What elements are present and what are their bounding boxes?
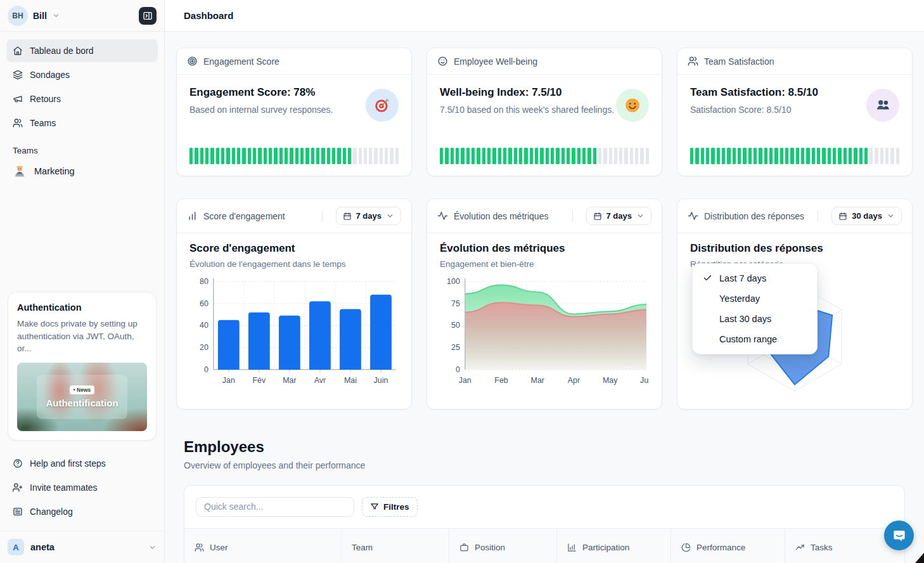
progress-bar xyxy=(440,148,649,164)
menu-item-custom-range[interactable]: Custom range xyxy=(696,329,813,349)
svg-text:Mar: Mar xyxy=(283,376,296,385)
chart-card-header: Distribution des réponses 30 days xyxy=(677,199,912,233)
svg-text:Mai: Mai xyxy=(344,376,357,385)
account-switcher[interactable]: A aneta xyxy=(0,531,164,563)
users-icon xyxy=(13,118,23,128)
column-label: User xyxy=(210,543,228,552)
chart-card-metrics-evolution: Évolution des métriques 7 days Évolution… xyxy=(427,198,662,410)
date-range-menu: Last 7 days Yesterday Last 30 days Custo… xyxy=(692,263,818,354)
promo-image-caption: Authentification xyxy=(46,398,118,408)
svg-text:Jan: Jan xyxy=(459,376,472,385)
chevron-down-icon xyxy=(887,212,895,220)
stat-card-header: Team Satisfaction xyxy=(677,48,912,75)
svg-text:100: 100 xyxy=(447,277,460,286)
busts-glyph xyxy=(875,97,891,113)
sidebar-team-marketing[interactable]: Marketing xyxy=(0,159,164,183)
stat-card-header: Engagement Score xyxy=(177,48,411,75)
check-icon xyxy=(703,273,712,283)
main-area: Dashboard Engagement Score Engagement Sc… xyxy=(165,0,924,563)
menu-item-label: Yesterday xyxy=(719,294,760,304)
promo-card-authentication: Authentication Make docs private by sett… xyxy=(8,292,157,441)
date-range-button[interactable]: 7 days xyxy=(586,207,651,225)
date-range-label: 30 days xyxy=(852,211,882,221)
promo-title: Authentication xyxy=(17,302,147,313)
sidebar-item-invite[interactable]: Invite teammates xyxy=(6,476,158,499)
svg-text:0: 0 xyxy=(456,365,460,374)
chart-subtitle: Engagement et bien-être xyxy=(440,259,649,269)
svg-text:Avr: Avr xyxy=(314,376,326,385)
chart-card-header-label: Score d'engagement xyxy=(203,211,316,221)
chart-card-header: Évolution des métriques 7 days xyxy=(427,199,662,233)
chevron-down-icon xyxy=(636,212,645,220)
stat-card-engagement: Engagement Score Engagement Score: 78% B… xyxy=(176,48,412,176)
menu-item-label: Custom range xyxy=(719,334,777,344)
target-icon xyxy=(187,56,198,67)
users-icon xyxy=(195,543,204,552)
svg-text:Mar: Mar xyxy=(531,376,544,385)
trending-up-icon xyxy=(795,543,805,552)
employees-section-header: Employees Overview of employees and thei… xyxy=(176,438,913,470)
workspace-user-name[interactable]: Bill xyxy=(33,11,47,21)
svg-text:0: 0 xyxy=(204,365,209,374)
column-label: Team xyxy=(352,543,373,552)
chevron-down-icon xyxy=(386,212,394,220)
svg-text:Apr: Apr xyxy=(568,376,580,385)
svg-text:75: 75 xyxy=(451,299,460,308)
activity-icon xyxy=(688,210,698,221)
svg-text:40: 40 xyxy=(200,321,209,330)
busts-emoji-icon xyxy=(866,89,899,122)
svg-text:60: 60 xyxy=(200,299,209,308)
menu-item-last-30-days[interactable]: Last 30 days xyxy=(696,309,813,329)
sidebar-item-teams[interactable]: Teams xyxy=(6,112,158,134)
menu-item-yesterday[interactable]: Yesterday xyxy=(696,288,813,309)
layers-icon xyxy=(13,70,23,80)
svg-text:80: 80 xyxy=(200,277,209,286)
table-toolbar: Filtres xyxy=(184,486,904,528)
stat-cards-row: Engagement Score Engagement Score: 78% B… xyxy=(176,48,913,176)
sidebar-item-label: Sondages xyxy=(30,70,70,80)
chart-card-header: Score d'engagement 7 days xyxy=(177,199,411,233)
avatar[interactable]: BH xyxy=(8,6,28,26)
filters-label: Filtres xyxy=(383,502,409,512)
stat-card-wellbeing: Employee Well-being Well-being Index: 7.… xyxy=(427,48,662,176)
filter-icon xyxy=(370,502,379,511)
sidebar-collapse-button[interactable] xyxy=(139,7,157,25)
column-header-performance: Performance xyxy=(671,529,785,563)
sidebar-item-label: Tableau de bord xyxy=(30,46,93,56)
briefcase-icon xyxy=(459,543,469,552)
help-circle-icon xyxy=(13,458,23,469)
chart-title: Distribution des réponses xyxy=(690,242,899,255)
column-label: Performance xyxy=(696,543,745,552)
chart-title: Score d'engagement xyxy=(189,242,399,255)
column-label: Participation xyxy=(582,543,629,552)
footer-item-label: Changelog xyxy=(30,507,73,517)
user-plus-icon xyxy=(13,482,23,493)
topbar: Dashboard xyxy=(165,0,924,32)
filters-button[interactable]: Filtres xyxy=(362,497,418,517)
employees-table-card: Filtres User Team Position Participation xyxy=(184,485,905,563)
footer-item-label: Help and first steps xyxy=(30,458,106,469)
sidebar-item-label: Teams xyxy=(30,118,56,128)
target-emoji-glyph xyxy=(374,97,390,113)
promo-description: Make docs private by setting up authenti… xyxy=(17,318,147,355)
progress-bar xyxy=(690,148,899,164)
chat-launcher-button[interactable] xyxy=(884,521,914,550)
stat-card-body: Engagement Score: 78% Based on internal … xyxy=(177,75,411,176)
bar-chart-icon xyxy=(567,543,577,552)
chart-card-engagement-score: Score d'engagement 7 days Score d'engage… xyxy=(176,198,412,410)
sidebar-item-tableau-de-bord[interactable]: Tableau de bord xyxy=(6,39,158,62)
menu-item-last-7-days[interactable]: Last 7 days xyxy=(696,268,813,288)
sidebar-item-sondages[interactable]: Sondages xyxy=(6,63,158,86)
sidebar-item-changelog[interactable]: Changelog xyxy=(6,500,158,523)
menu-item-label: Last 7 days xyxy=(719,273,766,283)
date-range-button[interactable]: 30 days xyxy=(831,207,902,225)
date-range-button[interactable]: 7 days xyxy=(336,207,401,225)
search-input[interactable] xyxy=(196,497,354,517)
news-badge: • News xyxy=(70,385,95,394)
home-icon xyxy=(13,46,23,56)
sidebar-item-help[interactable]: Help and first steps xyxy=(6,452,158,475)
employees-title: Employees xyxy=(184,438,913,456)
sidebar-item-retours[interactable]: Retours xyxy=(6,87,158,110)
column-header-team: Team xyxy=(342,529,449,563)
promo-image[interactable]: • News Authentification xyxy=(17,363,147,431)
